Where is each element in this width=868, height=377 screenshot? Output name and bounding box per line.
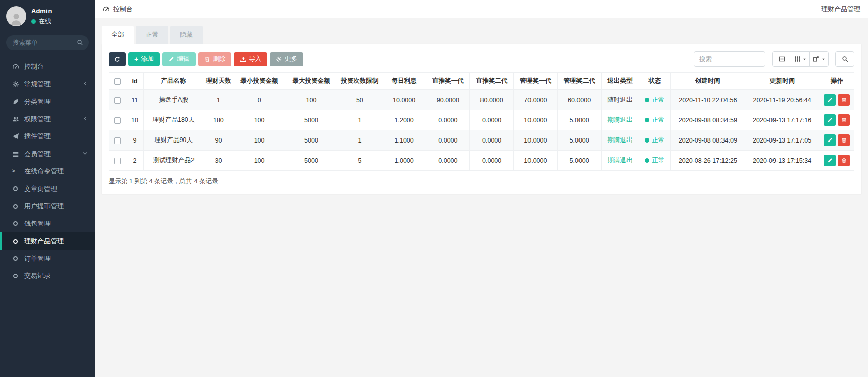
cell-name: 理财产品90天 xyxy=(143,130,204,151)
edit-button[interactable]: 编辑 xyxy=(162,52,196,66)
sidebar-item-label: 插件管理 xyxy=(24,132,51,141)
column-header[interactable]: 直推奖一代 xyxy=(426,73,470,90)
delete-row-button[interactable] xyxy=(838,155,850,166)
cell-daily-interest: 1.1000 xyxy=(382,130,426,151)
refresh-button[interactable] xyxy=(109,52,126,66)
table-row[interactable]: 11操盘手A股101005010.000090.000080.000070.00… xyxy=(109,90,854,110)
breadcrumb[interactable]: 控制台 xyxy=(103,5,133,14)
sidebar-item-order-management[interactable]: 订单管理 xyxy=(0,250,95,268)
cell-created-at: 2020-09-08 08:34:09 xyxy=(670,130,745,151)
search-button[interactable] xyxy=(835,51,854,67)
tab-hidden[interactable]: 隐藏 xyxy=(170,26,203,44)
columns-button[interactable] xyxy=(791,51,810,67)
edit-button-label: 编辑 xyxy=(177,55,189,63)
sidebar-item-dashboard[interactable]: 控制台 xyxy=(0,58,95,76)
sidebar-item-wallet-management[interactable]: 钱包管理 xyxy=(0,215,95,233)
row-select-cell xyxy=(109,151,126,171)
cell-name: 理财产品180天 xyxy=(143,110,204,130)
status-badge: 正常 xyxy=(652,157,664,164)
import-button-label: 导入 xyxy=(249,55,261,63)
column-header[interactable]: 更新时间 xyxy=(745,73,819,90)
sidebar-item-category-management[interactable]: 分类管理 xyxy=(0,93,95,111)
column-header[interactable]: 退出类型 xyxy=(601,73,639,90)
dashboard-icon xyxy=(103,6,110,13)
status-dot xyxy=(645,98,649,102)
add-button[interactable]: + 添加 xyxy=(128,52,160,66)
row-checkbox[interactable] xyxy=(114,117,121,124)
cell-manage-reward-1: 10.0000 xyxy=(514,110,558,130)
sidebar-item-online-command-management[interactable]: >_在线命令管理 xyxy=(0,163,95,180)
table-row[interactable]: 2测试理财产品230100500051.00000.00000.000010.0… xyxy=(109,151,854,171)
cell-max-invest: 5000 xyxy=(285,130,337,151)
cell-direct-reward-2: 0.0000 xyxy=(470,110,514,130)
paper-plane-icon xyxy=(11,133,20,140)
column-header[interactable]: 投资次数限制 xyxy=(337,73,382,90)
column-header[interactable]: 最小投资金额 xyxy=(233,73,285,90)
tab-all[interactable]: 全部 xyxy=(102,26,134,44)
delete-row-button[interactable] xyxy=(838,114,850,126)
column-header[interactable]: Id xyxy=(126,73,143,90)
sidebar-item-general-management[interactable]: 常规管理 xyxy=(0,76,95,93)
row-select-cell xyxy=(109,90,126,110)
column-header[interactable]: 操作 xyxy=(819,73,854,90)
leaf-icon xyxy=(11,98,20,105)
cell-name: 测试理财产品2 xyxy=(143,151,204,171)
select-all-checkbox[interactable] xyxy=(114,78,121,85)
grid-columns-icon xyxy=(794,56,801,62)
column-header[interactable]: 每日利息 xyxy=(382,73,426,90)
status-dot xyxy=(645,118,649,122)
cell-days: 180 xyxy=(204,110,233,130)
sidebar-item-permission-management[interactable]: 权限管理 xyxy=(0,111,95,128)
column-header[interactable]: 直推奖二代 xyxy=(470,73,514,90)
sidebar-item-label: 权限管理 xyxy=(24,115,51,124)
cell-invest-limit: 1 xyxy=(337,130,382,151)
export-button[interactable] xyxy=(809,51,829,67)
sidebar-item-user-withdraw-management[interactable]: 用户提币管理 xyxy=(0,198,95,215)
column-header[interactable]: 理财天数 xyxy=(204,73,233,90)
more-button[interactable]: 更多 xyxy=(270,52,303,66)
column-header[interactable]: 管理奖二代 xyxy=(557,73,601,90)
column-header[interactable]: 产品名称 xyxy=(143,73,204,90)
sidebar-item-article-page-management[interactable]: 文章页管理 xyxy=(0,180,95,198)
row-checkbox[interactable] xyxy=(114,137,121,144)
column-header[interactable]: 管理奖一代 xyxy=(514,73,558,90)
cell-max-invest: 100 xyxy=(285,90,337,110)
tab-normal[interactable]: 正常 xyxy=(136,26,168,44)
column-header[interactable]: 最大投资金额 xyxy=(285,73,337,90)
delete-button[interactable]: 删除 xyxy=(198,52,231,66)
sidebar-item-label: 用户提币管理 xyxy=(24,202,64,211)
sidebar-item-plugin-management[interactable]: 插件管理 xyxy=(0,128,95,146)
import-button[interactable]: 导入 xyxy=(234,52,267,66)
sidebar-item-financial-product-management[interactable]: 理财产品管理 xyxy=(0,232,95,250)
cell-id: 2 xyxy=(126,151,143,171)
sidebar-item-member-management[interactable]: 会员管理 xyxy=(0,146,95,163)
sidebar-item-transaction-records[interactable]: 交易记录 xyxy=(0,267,95,285)
table-row[interactable]: 9理财产品90天90100500011.10000.00000.000010.0… xyxy=(109,130,854,151)
page-title: 理财产品管理 xyxy=(821,5,860,14)
export-icon xyxy=(813,56,819,62)
row-checkbox[interactable] xyxy=(114,97,121,104)
delete-row-button[interactable] xyxy=(838,94,850,106)
circle-o-icon xyxy=(11,239,20,244)
table-row[interactable]: 10理财产品180天180100500011.20000.00000.00001… xyxy=(109,110,854,130)
topbar: 控制台 理财产品管理 xyxy=(95,0,868,18)
table-search-input[interactable] xyxy=(694,51,765,67)
edit-row-button[interactable] xyxy=(824,134,836,146)
cell-status: 正常 xyxy=(639,90,671,110)
cell-daily-interest: 1.2000 xyxy=(382,110,426,130)
select-all-header[interactable] xyxy=(109,73,126,90)
edit-row-button[interactable] xyxy=(824,94,836,106)
status-badge: 正常 xyxy=(652,116,664,123)
delete-row-button[interactable] xyxy=(838,134,850,146)
column-header[interactable]: 创建时间 xyxy=(670,73,745,90)
row-checkbox[interactable] xyxy=(114,158,121,164)
add-button-label: 添加 xyxy=(141,55,154,63)
chevron-left-icon xyxy=(82,80,88,88)
user-status: 在线 xyxy=(31,17,52,26)
edit-row-button[interactable] xyxy=(824,155,836,166)
edit-row-button[interactable] xyxy=(824,114,836,126)
column-header[interactable]: 状态 xyxy=(639,73,671,90)
tab-bar: 全部正常隐藏 xyxy=(102,26,861,44)
toggle-view-button[interactable] xyxy=(772,51,791,67)
cell-invest-limit: 5 xyxy=(337,151,382,171)
